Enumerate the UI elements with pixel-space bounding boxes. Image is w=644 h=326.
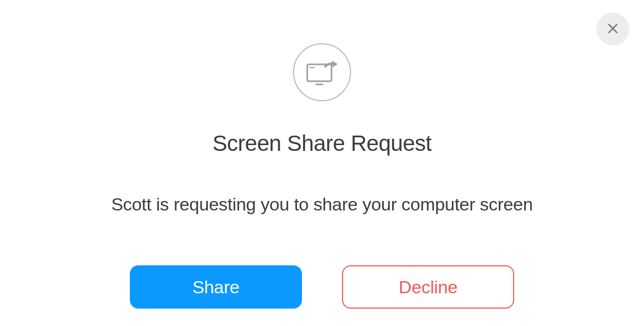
decline-button[interactable]: Decline <box>342 265 514 309</box>
dialog-buttons: Share Decline <box>130 265 514 309</box>
close-icon <box>606 22 620 37</box>
close-button[interactable] <box>596 13 629 45</box>
screen-share-icon <box>293 43 351 101</box>
dialog-message: Scott is requesting you to share your co… <box>111 194 533 215</box>
dialog-title: Screen Share Request <box>213 131 432 156</box>
share-button[interactable]: Share <box>130 265 302 309</box>
svg-rect-2 <box>307 64 332 81</box>
screen-share-request-dialog: Screen Share Request Scott is requesting… <box>0 43 644 309</box>
